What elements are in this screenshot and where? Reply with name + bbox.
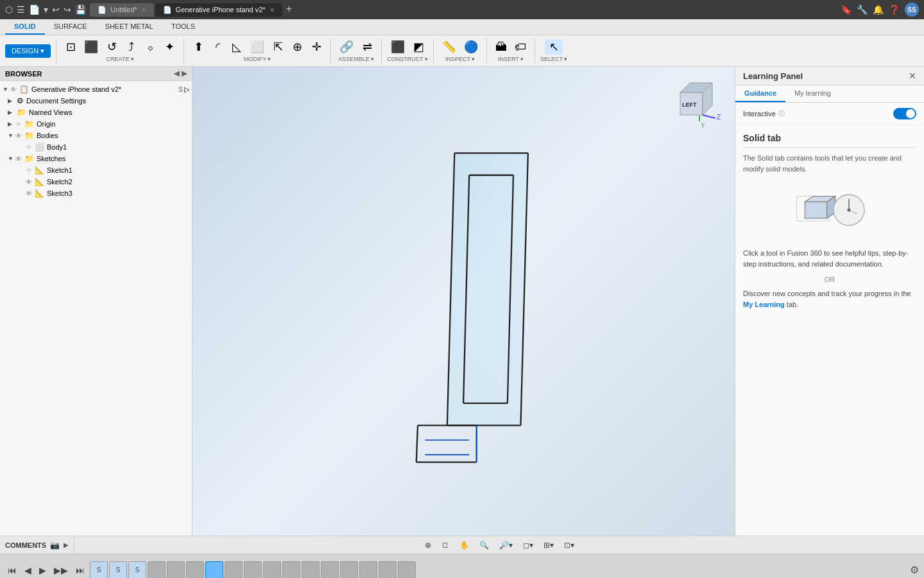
insert-label[interactable]: INSERT ▾ (498, 56, 524, 62)
timeline-item-1[interactable]: S (90, 561, 108, 579)
save-icon[interactable]: 💾 (75, 4, 86, 15)
bottom-tool-hand[interactable]: ✋ (456, 539, 472, 551)
tree-item-sketch1[interactable]: 👁 📐 Sketch1 (15, 164, 192, 176)
timeline-item-8[interactable] (225, 561, 243, 579)
sketch3-eye-icon[interactable]: 👁 (26, 190, 32, 197)
view-cube[interactable]: Y Z LEFT (677, 80, 722, 131)
tool-revolve[interactable]: ↺ (103, 39, 121, 55)
timeline-item-16[interactable] (379, 561, 397, 579)
redo-icon[interactable]: ↪ (64, 4, 71, 15)
sketch2-eye-icon[interactable]: 👁 (26, 179, 32, 186)
tab-tools[interactable]: TOOLS (162, 19, 204, 35)
tab-sheet-metal[interactable]: SHEET METAL (96, 19, 162, 35)
modify-label[interactable]: MODIFY ▾ (244, 56, 271, 62)
body1-eye-icon[interactable]: 👁 (26, 144, 32, 151)
tool-motion-link[interactable]: ⇌ (358, 39, 376, 55)
timeline-item-13[interactable] (321, 561, 339, 579)
tool-extrude[interactable]: ⬛ (81, 39, 101, 55)
user-avatar[interactable]: SS (905, 3, 919, 17)
timeline-item-10[interactable] (263, 561, 281, 579)
tab-generative-close[interactable]: ✕ (270, 6, 275, 13)
bottom-tool-pan-orbit[interactable]: 🗌 (438, 539, 452, 551)
tab-untitled[interactable]: 📄 Untitled* ✕ (90, 3, 154, 17)
notifications-icon[interactable]: 🔔 (873, 4, 884, 15)
panel-tab-my-learning[interactable]: My learning (785, 85, 840, 102)
tool-shell[interactable]: ⬜ (247, 39, 268, 55)
tree-item-body1[interactable]: 👁 ⬜ Body1 (15, 141, 192, 153)
tool-move[interactable]: ✛ (307, 39, 325, 55)
file-icon[interactable]: 📄 (29, 4, 40, 15)
bottom-tool-zoom-dropdown[interactable]: 🔎▾ (496, 539, 516, 551)
tool-rib[interactable]: ✦ (160, 39, 178, 55)
timeline-item-14[interactable] (340, 561, 358, 579)
origin-eye-icon[interactable]: 👁 (15, 121, 22, 128)
panel-tab-guidance[interactable]: Guidance (735, 85, 785, 102)
comments-expand-icon[interactable]: ▶ (64, 541, 69, 548)
undo-icon[interactable]: ↩ (52, 4, 60, 15)
tool-assemble-joint[interactable]: 🔗 (336, 39, 357, 55)
timeline-item-15[interactable] (359, 561, 377, 579)
tool-interference[interactable]: 🔵 (461, 39, 481, 55)
comments-camera-icon[interactable]: 📷 (50, 541, 60, 550)
tool-chamfer[interactable]: ◺ (228, 39, 246, 55)
tab-surface[interactable]: SURFACE (45, 19, 96, 35)
tool-loft[interactable]: ⬦ (141, 39, 159, 55)
tree-item-sketch3[interactable]: 👁 📐 Sketch3 (15, 188, 192, 199)
bodies-eye-icon[interactable]: 👁 (15, 132, 22, 139)
timeline-prev-btn[interactable]: ◀ (22, 564, 34, 577)
new-tab-button[interactable]: + (286, 3, 292, 17)
tool-combine[interactable]: ⊕ (288, 39, 306, 55)
tree-item-doc-settings[interactable]: ▶ ⚙ Document Settings (5, 95, 192, 107)
extensions-icon[interactable]: 🔧 (857, 4, 868, 15)
design-button[interactable]: DESIGN ▾ (5, 44, 51, 58)
tool-select[interactable]: ↖ (545, 39, 563, 55)
tree-item-bodies[interactable]: ▼ 👁 📁 Bodies (5, 130, 192, 141)
timeline-item-17[interactable] (398, 561, 416, 579)
root-action-icon[interactable]: ▷ (184, 85, 189, 94)
timeline-settings-btn[interactable]: ⚙ (910, 564, 919, 576)
tool-press-pull[interactable]: ⬆ (189, 39, 207, 55)
sketches-eye-icon[interactable]: 👁 (15, 155, 22, 162)
timeline-item-9[interactable] (244, 561, 262, 579)
tool-insert-mesh[interactable]: 🏔 (492, 39, 510, 55)
tree-item-sketches[interactable]: ▼ 👁 📁 Sketches (5, 153, 192, 164)
hamburger-icon[interactable]: ☰ (17, 4, 25, 15)
select-label[interactable]: SELECT ▾ (540, 56, 567, 62)
timeline-item-2[interactable]: S (109, 561, 127, 579)
tree-item-named-views[interactable]: ▶ 📁 Named Views (5, 107, 192, 118)
tree-root-item[interactable]: ▼ 👁 📋 Generative iPhone stand v2* S ▷ (0, 83, 192, 95)
tool-fillet[interactable]: ◜ (209, 39, 227, 55)
tool-scale[interactable]: ⇱ (269, 39, 287, 55)
tool-offset-plane[interactable]: ⬛ (388, 39, 408, 55)
timeline-play-btn[interactable]: ▶ (37, 564, 49, 577)
timeline-item-7[interactable] (205, 561, 223, 579)
tree-item-origin[interactable]: ▶ 👁 📁 Origin (5, 118, 192, 130)
timeline-item-4[interactable] (148, 561, 166, 579)
root-eye-icon[interactable]: 👁 (10, 86, 17, 93)
tree-item-sketch2[interactable]: 👁 📐 Sketch2 (15, 176, 192, 188)
interactive-toggle[interactable] (893, 108, 916, 119)
my-learning-link[interactable]: My Learning (743, 301, 785, 308)
timeline-item-11[interactable] (282, 561, 300, 579)
timeline-end-btn[interactable]: ⏭ (73, 564, 87, 577)
tool-sweep[interactable]: ⤴ (122, 39, 140, 55)
timeline-start-btn[interactable]: ⏮ (5, 564, 19, 577)
bottom-tool-view-dropdown[interactable]: ◻▾ (520, 539, 536, 551)
timeline-item-3[interactable]: S (128, 561, 146, 579)
browser-expand-icon[interactable]: ▶ (182, 69, 187, 78)
panel-close-button[interactable]: ✕ (909, 71, 916, 81)
sketch1-eye-icon[interactable]: 👁 (26, 167, 32, 174)
timeline-item-6[interactable] (186, 561, 204, 579)
timeline-item-12[interactable] (302, 561, 320, 579)
help-icon[interactable]: ❓ (889, 4, 900, 15)
tool-measure[interactable]: 📏 (439, 39, 459, 55)
tool-new-component[interactable]: ⊡ (62, 39, 80, 55)
tab-solid[interactable]: SOLID (5, 19, 45, 35)
tab-untitled-close[interactable]: ✕ (141, 6, 146, 13)
create-label[interactable]: CREATE ▾ (107, 56, 134, 62)
bottom-tool-snap[interactable]: ⊕ (422, 539, 434, 551)
tab-generative[interactable]: 📄 Generative iPhone stand v2* ✕ (155, 3, 282, 17)
viewport[interactable]: Y Z LEFT (193, 67, 735, 536)
construct-label[interactable]: CONSTRUCT ▾ (387, 56, 428, 62)
inspect-label[interactable]: INSPECT ▾ (445, 56, 475, 62)
